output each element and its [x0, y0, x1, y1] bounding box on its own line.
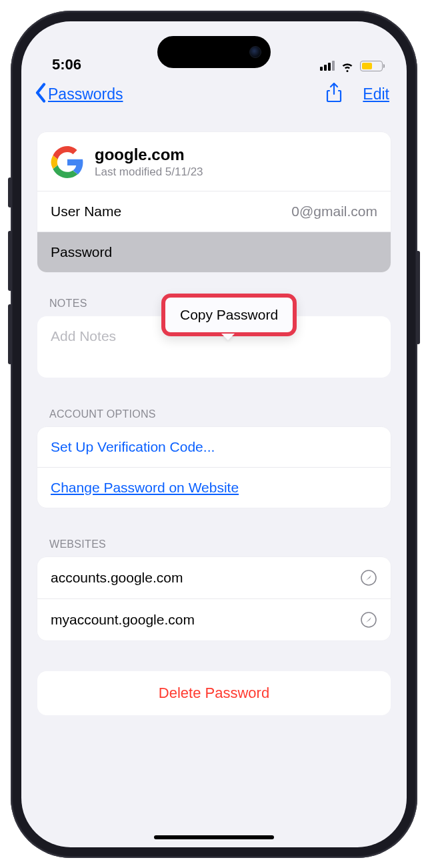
site-modified: Last modified 5/11/23	[95, 165, 203, 179]
website-url: accounts.google.com	[51, 570, 183, 586]
volume-up	[8, 231, 12, 291]
websites-card: accounts.google.com myaccount.google.com	[37, 557, 391, 640]
site-header: google.com Last modified 5/11/23	[37, 132, 391, 191]
website-row[interactable]: accounts.google.com	[37, 557, 391, 599]
username-label: User Name	[51, 203, 121, 220]
chevron-left-icon	[33, 83, 48, 107]
nav-bar: Passwords Edit	[21, 73, 407, 112]
password-label: Password	[51, 244, 112, 260]
site-domain: google.com	[95, 145, 203, 164]
status-time: 5:06	[52, 56, 81, 73]
home-indicator[interactable]	[154, 835, 274, 839]
setup-verification-code[interactable]: Set Up Verification Code...	[37, 427, 391, 468]
back-button[interactable]: Passwords	[33, 83, 123, 107]
cellular-signal-icon	[320, 61, 335, 71]
username-row[interactable]: User Name 0@gmail.com	[37, 191, 391, 232]
copy-password-label: Copy Password	[180, 307, 278, 322]
power-button	[416, 251, 420, 344]
account-options-label: ACCOUNT OPTIONS	[37, 378, 391, 427]
account-options-card: Set Up Verification Code... Change Passw…	[37, 427, 391, 508]
username-value: 0@gmail.com	[291, 203, 377, 220]
safari-compass-icon[interactable]	[360, 611, 377, 628]
share-icon	[325, 83, 343, 103]
delete-password-button[interactable]: Delete Password	[37, 671, 391, 715]
edit-button[interactable]: Edit	[363, 85, 389, 103]
content: google.com Last modified 5/11/23 User Na…	[21, 112, 407, 715]
phone-frame: 5:06 Passwords	[11, 11, 417, 858]
google-logo-icon	[51, 145, 84, 179]
screen: 5:06 Passwords	[21, 21, 407, 847]
website-row[interactable]: myaccount.google.com	[37, 599, 391, 640]
copy-password-popup[interactable]: Copy Password	[161, 294, 297, 336]
websites-section-label: WEBSITES	[37, 508, 391, 557]
change-password-website[interactable]: Change Password on Website	[37, 468, 391, 508]
popup-arrow-icon	[221, 334, 235, 340]
password-row[interactable]: Password	[37, 232, 391, 272]
credential-card: google.com Last modified 5/11/23 User Na…	[37, 132, 391, 272]
front-camera-icon	[249, 46, 261, 58]
safari-compass-icon[interactable]	[360, 569, 377, 586]
wifi-icon	[340, 59, 355, 73]
website-url: myaccount.google.com	[51, 612, 195, 628]
volume-down	[8, 304, 12, 364]
back-label: Passwords	[48, 85, 123, 103]
share-button[interactable]	[325, 83, 343, 107]
notes-placeholder: Add Notes	[51, 328, 116, 344]
dynamic-island	[157, 36, 271, 68]
battery-icon	[360, 61, 383, 71]
silent-switch	[8, 177, 12, 207]
